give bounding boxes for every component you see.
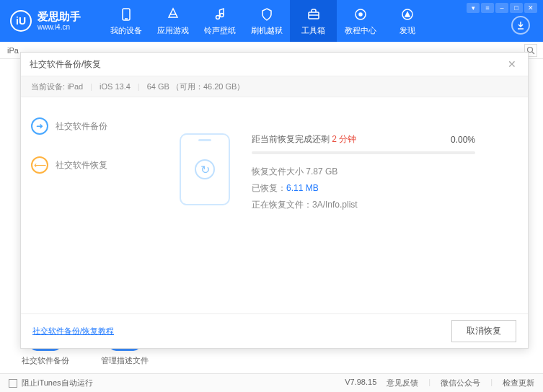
apps-icon bbox=[165, 6, 181, 22]
nav-discover[interactable]: 发现 bbox=[384, 0, 431, 42]
toolbox-icon bbox=[306, 6, 322, 22]
restored-line: 已恢复：6.11 MB bbox=[252, 182, 475, 195]
win-maximize-icon[interactable]: □ bbox=[510, 3, 523, 13]
logo-url: www.i4.cn bbox=[37, 23, 81, 31]
storage-info: 64 GB （可用：46.20 GB） bbox=[147, 81, 245, 92]
sidebar-item-restore[interactable]: ⟵ 社交软件恢复 bbox=[31, 151, 151, 179]
modal-footer: 社交软件备份/恢复教程 取消恢复 bbox=[21, 313, 528, 348]
book-icon bbox=[353, 6, 368, 22]
svg-point-8 bbox=[359, 13, 362, 16]
itunes-checkbox-label: 阻止iTunes自动运行 bbox=[22, 378, 93, 388]
app-header: iU 爱思助手 www.i4.cn 我的设备 应用游戏 铃声壁纸 刷机越狱 工具… bbox=[0, 0, 543, 42]
modal-header: 社交软件备份/恢复 ✕ bbox=[21, 53, 528, 76]
device-illustration-icon bbox=[180, 133, 230, 205]
footer-update[interactable]: 检查更新 bbox=[503, 378, 534, 388]
win-menu-icon[interactable]: ▾ bbox=[467, 3, 480, 13]
logo-icon: iU bbox=[10, 10, 32, 32]
restore-modal: 社交软件备份/恢复 ✕ 当前设备: iPad | iOS 13.4 | 64 G… bbox=[20, 52, 529, 349]
device-info-bar: 当前设备: iPad | iOS 13.4 | 64 GB （可用：46.20 … bbox=[21, 76, 528, 97]
win-minimize-icon[interactable]: – bbox=[495, 3, 508, 13]
nav-toolbox[interactable]: 工具箱 bbox=[290, 0, 337, 42]
tutorial-link[interactable]: 社交软件备份/恢复教程 bbox=[32, 326, 114, 337]
logo: iU 爱思助手 www.i4.cn bbox=[10, 10, 81, 32]
device-name: iPad bbox=[67, 82, 83, 91]
progress-bar bbox=[252, 151, 475, 154]
footer-wechat[interactable]: 微信公众号 bbox=[441, 378, 480, 388]
restore-arrow-icon: ⟵ bbox=[31, 156, 48, 174]
nav-ringtones[interactable]: 铃声壁纸 bbox=[196, 0, 243, 42]
time-remaining: 距当前恢复完成还剩 2 分钟 bbox=[252, 133, 356, 146]
svg-line-11 bbox=[532, 52, 534, 54]
download-icon[interactable] bbox=[511, 16, 530, 35]
modal-main: 距当前恢复完成还剩 2 分钟 0.00% 恢复文件大小 7.87 GB 已恢复：… bbox=[151, 97, 528, 313]
win-close-icon[interactable]: ✕ bbox=[524, 3, 537, 13]
backup-arrow-icon: ➜ bbox=[31, 117, 48, 135]
version-label: V7.98.15 bbox=[345, 378, 376, 388]
close-icon[interactable]: ✕ bbox=[505, 57, 519, 71]
sidebar-item-backup[interactable]: ➜ 社交软件备份 bbox=[31, 112, 151, 141]
device-tab[interactable]: iPa bbox=[7, 46, 19, 55]
music-icon bbox=[212, 6, 228, 22]
ios-version: iOS 13.4 bbox=[100, 82, 131, 91]
modal-sidebar: ➜ 社交软件备份 ⟵ 社交软件恢复 bbox=[21, 97, 151, 313]
footer-feedback[interactable]: 意见反馈 bbox=[387, 378, 418, 388]
file-size-line: 恢复文件大小 7.87 GB bbox=[252, 166, 475, 178]
device-label: 当前设备: bbox=[31, 81, 65, 92]
app-footer: 阻止iTunes自动运行 V7.98.15 意见反馈 | 微信公众号 | 检查更… bbox=[0, 373, 543, 392]
win-lock-icon[interactable]: ≡ bbox=[481, 3, 494, 13]
current-file-line: 正在恢复文件：3A/Info.plist bbox=[252, 199, 475, 211]
shield-icon bbox=[259, 6, 275, 22]
progress-panel: 距当前恢复完成还剩 2 分钟 0.00% 恢复文件大小 7.87 GB 已恢复：… bbox=[252, 133, 475, 313]
percent-value: 0.00% bbox=[451, 135, 475, 145]
modal-title: 社交软件备份/恢复 bbox=[30, 58, 101, 71]
svg-point-4 bbox=[220, 13, 224, 17]
nav-my-device[interactable]: 我的设备 bbox=[102, 0, 149, 42]
nav-tutorial[interactable]: 教程中心 bbox=[337, 0, 384, 42]
cancel-button[interactable]: 取消恢复 bbox=[451, 320, 516, 342]
itunes-checkbox[interactable] bbox=[9, 379, 17, 388]
logo-title: 爱思助手 bbox=[37, 11, 81, 23]
nav-jailbreak[interactable]: 刷机越狱 bbox=[243, 0, 290, 42]
compass-icon bbox=[399, 6, 415, 22]
window-controls: ▾ ≡ – □ ✕ bbox=[467, 3, 537, 13]
nav-apps[interactable]: 应用游戏 bbox=[149, 0, 196, 42]
phone-icon bbox=[118, 6, 134, 22]
